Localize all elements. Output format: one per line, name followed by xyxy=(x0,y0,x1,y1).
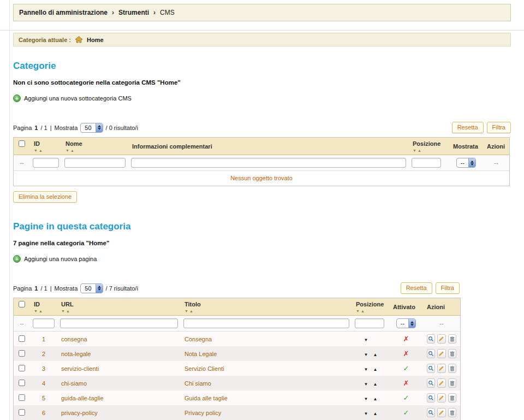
reset-button[interactable]: Resetta xyxy=(401,282,432,294)
filter-active-select[interactable]: -- xyxy=(396,318,416,328)
per-page-select[interactable]: 50 xyxy=(80,283,103,293)
move-down-icon[interactable]: ▼ xyxy=(364,411,368,416)
select-all-checkbox[interactable] xyxy=(19,140,25,147)
breadcrumb-item-admin-panel[interactable]: Pannello di amministrazione xyxy=(19,9,108,16)
row-checkbox[interactable] xyxy=(19,394,25,401)
row-id: 3 xyxy=(30,361,57,376)
active-status-icon[interactable]: ✗ xyxy=(403,379,409,387)
edit-icon[interactable] xyxy=(437,349,445,358)
row-url[interactable]: nota-legale xyxy=(57,346,181,361)
filter-title-input[interactable] xyxy=(183,318,349,328)
row-title[interactable]: Consegna xyxy=(181,332,352,346)
edit-icon[interactable] xyxy=(437,364,445,373)
col-header-name[interactable]: Nome xyxy=(66,140,124,147)
view-icon[interactable] xyxy=(427,378,435,388)
filter-info-input[interactable] xyxy=(131,158,406,168)
filter-url-input[interactable] xyxy=(60,318,178,328)
row-title[interactable]: Chi siamo xyxy=(181,376,352,391)
filter-dash: -- xyxy=(423,316,460,332)
select-stepper-icon xyxy=(96,284,103,293)
active-status-icon[interactable]: ✓ xyxy=(403,409,409,417)
col-header-url[interactable]: URL xyxy=(61,301,177,307)
move-up-icon[interactable]: ▲ xyxy=(373,382,378,387)
add-subcategory-label: Aggiungi una nuova sottocategoria CMS xyxy=(24,95,132,102)
row-checkbox[interactable] xyxy=(19,380,25,386)
move-up-icon[interactable]: ▲ xyxy=(373,397,378,401)
sort-arrows-icon[interactable]: ▼▲ xyxy=(184,309,348,313)
move-down-icon[interactable]: ▼ xyxy=(364,338,368,342)
filter-position-input[interactable] xyxy=(412,158,441,168)
move-down-icon[interactable]: ▼ xyxy=(364,397,368,401)
delete-icon[interactable] xyxy=(448,349,456,358)
filter-id-input[interactable] xyxy=(33,158,59,168)
active-status-icon[interactable]: ✗ xyxy=(403,335,409,343)
sort-arrows-icon[interactable]: ▼▲ xyxy=(34,309,53,313)
filter-button[interactable]: Filtra xyxy=(436,282,460,294)
delete-icon[interactable] xyxy=(448,393,456,403)
pages-table-body: 1 consegna Consegna ▼ ▲ ✗ xyxy=(14,332,460,420)
view-icon[interactable] xyxy=(427,393,435,403)
col-header-actions: Azioni xyxy=(427,304,456,310)
add-subcategory-link[interactable]: + Aggiungi una nuova sottocategoria CMS xyxy=(13,94,132,102)
sort-arrows-icon[interactable]: ▼▲ xyxy=(66,149,124,152)
row-checkbox[interactable] xyxy=(19,350,25,357)
delete-icon[interactable] xyxy=(448,378,456,388)
row-checkbox[interactable] xyxy=(19,409,25,416)
row-url[interactable]: guida-alle-taglie xyxy=(57,391,181,405)
active-status-icon[interactable]: ✓ xyxy=(403,364,409,372)
row-title[interactable]: Nota Legale xyxy=(181,346,352,361)
per-page-select[interactable]: 50 xyxy=(80,123,103,133)
filter-displayed-select[interactable]: -- xyxy=(456,158,476,168)
move-up-icon[interactable]: ▲ xyxy=(373,367,378,372)
col-header-position[interactable]: Posizione xyxy=(413,140,445,147)
delete-icon[interactable] xyxy=(448,408,456,417)
view-icon[interactable] xyxy=(427,408,435,417)
edit-icon[interactable] xyxy=(437,393,445,403)
row-url[interactable]: chi-siamo xyxy=(57,376,181,391)
breadcrumb-item-cms[interactable]: CMS xyxy=(160,9,175,16)
move-up-icon[interactable]: ▲ xyxy=(373,352,378,357)
delete-icon[interactable] xyxy=(448,364,456,373)
filter-button[interactable]: Filtra xyxy=(487,122,511,133)
view-icon[interactable] xyxy=(427,364,435,373)
row-title[interactable]: Privacy policy xyxy=(181,405,352,420)
current-category-name[interactable]: Home xyxy=(87,37,104,43)
view-icon[interactable] xyxy=(427,334,435,344)
edit-icon[interactable] xyxy=(437,334,445,344)
sort-arrows-icon[interactable]: ▼▲ xyxy=(61,309,177,313)
edit-icon[interactable] xyxy=(437,408,445,417)
move-down-icon[interactable]: ▼ xyxy=(364,367,368,372)
col-header-id[interactable]: ID xyxy=(34,301,53,307)
active-status-icon[interactable]: ✗ xyxy=(403,350,409,358)
delete-selection-button[interactable]: Elimina la selezione xyxy=(13,191,77,203)
view-icon[interactable] xyxy=(427,349,435,358)
row-checkbox[interactable] xyxy=(19,365,25,371)
breadcrumb-item-tools[interactable]: Strumenti xyxy=(118,9,149,16)
row-url[interactable]: consegna xyxy=(57,332,181,346)
move-down-icon[interactable]: ▼ xyxy=(364,382,368,387)
sort-arrows-icon[interactable]: ▼▲ xyxy=(34,149,58,152)
add-page-link[interactable]: + Aggiungi una nuova pagina xyxy=(13,255,97,263)
filter-name-input[interactable] xyxy=(64,158,126,168)
col-header-id[interactable]: ID xyxy=(34,140,58,147)
select-all-checkbox[interactable] xyxy=(19,301,25,307)
sort-arrows-icon[interactable]: ▼▲ xyxy=(356,309,385,313)
row-title[interactable]: Guida alle taglie xyxy=(181,391,352,405)
breadcrumb: Pannello di amministrazione › Strumenti … xyxy=(13,4,511,21)
sort-arrows-icon[interactable]: ▼▲ xyxy=(413,149,445,152)
active-status-icon[interactable]: ✓ xyxy=(403,394,409,402)
col-header-title[interactable]: Titolo xyxy=(184,301,348,307)
row-title[interactable]: Servizio Clienti xyxy=(181,361,352,376)
reset-button[interactable]: Resetta xyxy=(452,122,484,133)
filter-position-input[interactable] xyxy=(355,318,384,328)
move-down-icon[interactable]: ▼ xyxy=(364,352,368,357)
move-up-icon[interactable]: ▲ xyxy=(373,411,378,416)
col-header-position[interactable]: Posizione xyxy=(356,301,385,307)
row-checkbox[interactable] xyxy=(19,335,25,342)
row-url[interactable]: privacy-policy xyxy=(57,405,181,420)
edit-icon[interactable] xyxy=(437,378,445,388)
delete-icon[interactable] xyxy=(448,334,456,344)
filter-id-input[interactable] xyxy=(33,318,55,328)
row-url[interactable]: servizio-clienti xyxy=(57,361,181,376)
row-id: 4 xyxy=(30,376,57,391)
